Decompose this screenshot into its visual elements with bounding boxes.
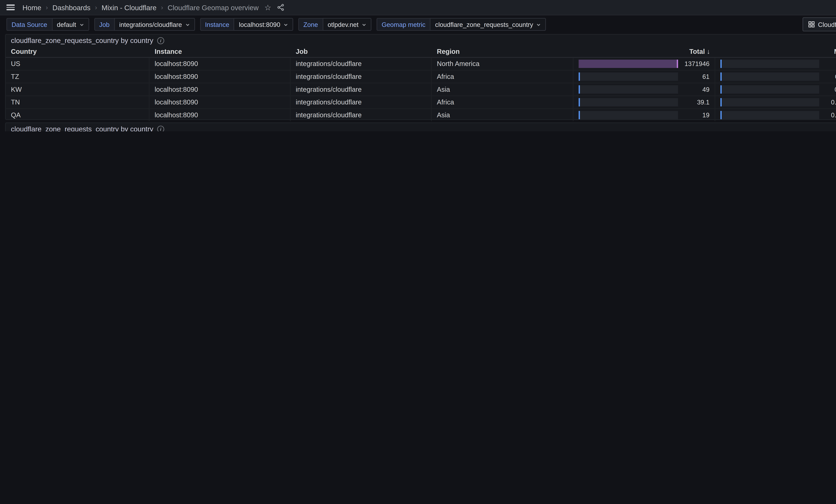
menu-icon[interactable]: [6, 4, 15, 10]
gauge-value: 2185: [824, 60, 836, 68]
var-job[interactable]: Job integrations/cloudflare: [94, 18, 195, 31]
col-header-mean[interactable]: Mean: [715, 46, 836, 57]
gauge-fill: [720, 73, 722, 81]
gauge-bar: [720, 98, 819, 106]
col-header-country[interactable]: Country: [6, 46, 150, 57]
gauge-bar: [720, 111, 819, 119]
var-geomap-metric[interactable]: Geomap metric cloudflare_zone_requests_c…: [377, 18, 546, 31]
table-header: Country Instance Job Region Total ↓ Mean…: [6, 46, 836, 58]
gauge-fill: [579, 85, 580, 94]
var-instance[interactable]: Instance localhost:8090: [200, 18, 293, 31]
table-cell: integrations/cloudflare: [290, 96, 432, 109]
link-cloudflare-worker-overview[interactable]: Cloudflare worker overview: [802, 17, 836, 32]
panel-info-icon[interactable]: i: [157, 125, 164, 131]
gauge-bar: [720, 60, 819, 68]
gauge-value: 0.193: [824, 85, 836, 94]
table-cell: Asia: [432, 109, 573, 121]
dashboard-controls: Data Source default Job integrations/clo…: [0, 18, 836, 31]
star-icon[interactable]: ☆: [264, 3, 271, 12]
gauge-bar: [579, 85, 678, 94]
table-cell: TN: [6, 96, 150, 109]
breadcrumb-current: Cloudflare Geomap overview: [168, 3, 259, 11]
table-cell: integrations/cloudflare: [290, 58, 432, 70]
var-geomap-metric-value: cloudflare_zone_requests_country: [435, 21, 533, 28]
panel-title-text: cloudflare_zone_requests_country by coun…: [11, 125, 153, 131]
geomap-panel: cloudflare_zone_requests_country by coun…: [5, 122, 836, 131]
col-header-region[interactable]: Region: [432, 46, 573, 57]
gauge-cell: 1371946: [573, 58, 715, 70]
gauge-fill: [579, 73, 580, 81]
gauge-bar: [720, 73, 819, 81]
table-cell: North America: [432, 58, 573, 70]
chevron-down-icon: [536, 22, 541, 26]
gauge-cell: 2185: [715, 58, 836, 70]
share-icon[interactable]: [277, 4, 284, 11]
table-cell: integrations/cloudflare: [290, 109, 432, 121]
table-cell: Africa: [432, 96, 573, 109]
panel-header[interactable]: cloudflare_zone_requests_country by coun…: [6, 123, 836, 131]
var-datasource-value: default: [57, 21, 76, 28]
table-panel: cloudflare_zone_requests_country by coun…: [5, 34, 836, 120]
chevron-down-icon: [79, 22, 84, 26]
table-cell: localhost:8090: [150, 109, 290, 121]
gauge-cell: 0.193: [715, 83, 836, 96]
table-row[interactable]: TZlocalhost:8090integrations/cloudflareA…: [6, 71, 836, 83]
link-label: Cloudflare worker overview: [818, 21, 836, 28]
gauge-value: 61: [683, 73, 709, 81]
var-job-value: integrations/cloudflare: [119, 21, 182, 28]
var-datasource[interactable]: Data Source default: [6, 18, 89, 31]
table-row[interactable]: TNlocalhost:8090integrations/cloudflareA…: [6, 96, 836, 109]
breadcrumb-separator: ›: [161, 4, 163, 11]
gauge-bar: [579, 111, 678, 119]
var-zone-value: otlpdev.net: [327, 21, 359, 28]
var-datasource-label: Data Source: [6, 18, 52, 31]
apps-grid-icon: [809, 21, 815, 27]
gauge-value: 49: [683, 85, 709, 94]
breadcrumb-dashboards[interactable]: Dashboards: [52, 3, 91, 11]
var-zone[interactable]: Zone otlpdev.net: [298, 18, 372, 31]
gauge-bar: [579, 60, 678, 68]
table-cell: localhost:8090: [150, 83, 290, 96]
gauge-cell: 39.1: [573, 96, 715, 109]
gauge-fill: [579, 111, 580, 119]
panel-info-icon[interactable]: i: [157, 37, 164, 44]
gauge-cell: 0.0734: [715, 96, 836, 109]
gauge-fill: [720, 85, 722, 94]
gauge-fill: [579, 60, 678, 68]
gauge-bar: [579, 98, 678, 106]
table-cell: US: [6, 58, 150, 70]
chevron-down-icon: [362, 22, 366, 26]
table-row[interactable]: USlocalhost:8090integrations/cloudflareN…: [6, 58, 836, 71]
breadcrumb: Home › Dashboards › Mixin - Cloudflare ›…: [22, 3, 259, 11]
gauge-cell: 0.0748: [715, 109, 836, 121]
gauge-cell: 0.110: [715, 71, 836, 83]
table-row[interactable]: KWlocalhost:8090integrations/cloudflareA…: [6, 83, 836, 96]
var-job-label: Job: [94, 18, 114, 31]
gauge-value: 19: [683, 111, 709, 119]
gauge-bar: [579, 73, 678, 81]
gauge-fill: [720, 60, 722, 68]
gauge-cell: 61: [573, 71, 715, 83]
gauge-fill: [579, 98, 580, 106]
col-header-total[interactable]: Total ↓: [573, 46, 715, 57]
var-instance-label: Instance: [200, 18, 234, 31]
breadcrumb-folder[interactable]: Mixin - Cloudflare: [102, 3, 156, 11]
panel-title-text: cloudflare_zone_requests_country by coun…: [11, 37, 153, 44]
table-cell: localhost:8090: [150, 96, 290, 109]
panel-header[interactable]: cloudflare_zone_requests_country by coun…: [6, 35, 836, 46]
gauge-fill: [720, 111, 722, 119]
table-cell: localhost:8090: [150, 71, 290, 83]
breadcrumb-home[interactable]: Home: [22, 3, 41, 11]
table-cell: QA: [6, 109, 150, 121]
col-header-job[interactable]: Job: [290, 46, 432, 57]
chevron-down-icon: [185, 22, 190, 26]
var-geomap-metric-label: Geomap metric: [377, 18, 430, 31]
col-header-instance[interactable]: Instance: [150, 46, 290, 57]
table-row[interactable]: QAlocalhost:8090integrations/cloudflareA…: [6, 109, 836, 121]
grafana-dashboard: Home › Dashboards › Mixin - Cloudflare ›…: [0, 0, 836, 131]
table-cell: Asia: [432, 83, 573, 96]
breadcrumb-separator: ›: [95, 4, 97, 11]
table-cell: integrations/cloudflare: [290, 83, 432, 96]
gauge-value: 1371946: [683, 60, 709, 68]
gauge-value: 39.1: [683, 98, 709, 106]
